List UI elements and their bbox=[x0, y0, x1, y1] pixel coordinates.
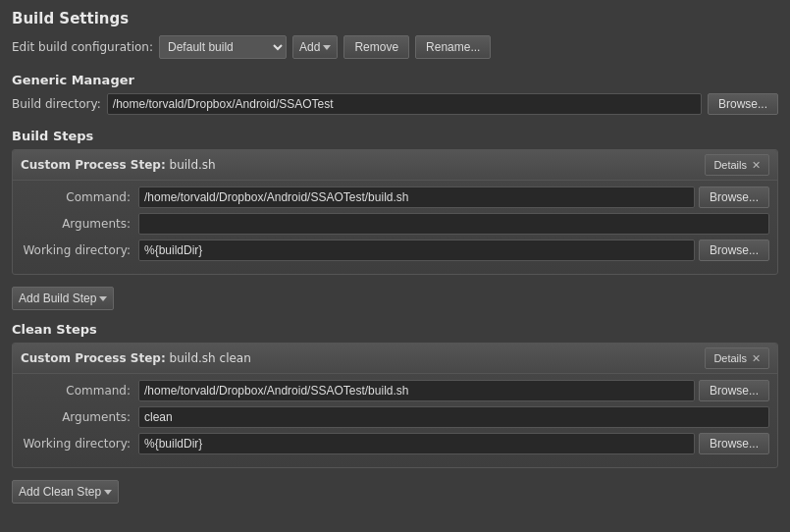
build-step-fields: Command: Browse... Arguments: Working di… bbox=[13, 181, 777, 274]
build-dir-row: Build directory: Browse... bbox=[12, 93, 778, 115]
config-label: Edit build configuration: bbox=[12, 40, 153, 54]
clean-step-close-icon: ✕ bbox=[752, 352, 761, 365]
add-build-step-chevron-icon bbox=[99, 296, 107, 301]
add-config-button[interactable]: Add bbox=[292, 35, 338, 59]
remove-config-button[interactable]: Remove bbox=[343, 35, 409, 59]
build-dir-browse-button[interactable]: Browse... bbox=[708, 93, 778, 115]
clean-workdir-row: Working directory: Browse... bbox=[21, 433, 769, 454]
clean-workdir-field-group: Browse... bbox=[138, 433, 769, 454]
build-step-header-title: Custom Process Step: build.sh bbox=[21, 158, 216, 172]
clean-steps-title: Clean Steps bbox=[12, 322, 778, 337]
clean-step-header-bold: Custom Process Step: bbox=[21, 351, 166, 365]
rename-config-button[interactable]: Rename... bbox=[415, 35, 491, 59]
page-title: Build Settings bbox=[12, 10, 778, 27]
build-dir-label: Build directory: bbox=[12, 97, 101, 111]
clean-workdir-browse-button[interactable]: Browse... bbox=[699, 433, 769, 454]
build-arguments-label: Arguments: bbox=[21, 217, 138, 231]
build-step-details-button[interactable]: Details ✕ bbox=[705, 154, 769, 176]
build-arguments-input[interactable] bbox=[138, 213, 769, 235]
add-build-step-button[interactable]: Add Build Step bbox=[12, 287, 114, 310]
build-arguments-row: Arguments: bbox=[21, 213, 769, 235]
build-step-close-icon: ✕ bbox=[752, 159, 761, 172]
clean-step-header: Custom Process Step: build.sh clean Deta… bbox=[13, 344, 777, 374]
clean-steps-section: Clean Steps Custom Process Step: build.s… bbox=[12, 322, 778, 504]
clean-command-label: Command: bbox=[21, 384, 138, 398]
build-step-header-bold: Custom Process Step: bbox=[21, 158, 166, 172]
clean-step-block: Custom Process Step: build.sh clean Deta… bbox=[12, 343, 778, 468]
build-workdir-field-group: Browse... bbox=[138, 239, 769, 261]
build-workdir-label: Working directory: bbox=[21, 243, 138, 257]
clean-workdir-label: Working directory: bbox=[21, 437, 138, 451]
clean-workdir-input[interactable] bbox=[138, 433, 695, 454]
remove-config-label: Remove bbox=[354, 40, 398, 54]
generic-manager-title: Generic Manager bbox=[12, 73, 778, 87]
clean-step-header-rest: build.sh clean bbox=[166, 351, 251, 365]
build-command-label: Command: bbox=[21, 190, 138, 204]
clean-command-row: Command: Browse... bbox=[21, 380, 769, 401]
clean-arguments-row: Arguments: bbox=[21, 406, 769, 428]
clean-command-field-group: Browse... bbox=[138, 380, 769, 401]
build-command-input[interactable] bbox=[138, 186, 695, 208]
clean-step-header-title: Custom Process Step: build.sh clean bbox=[21, 351, 251, 365]
build-step-header-rest: build.sh bbox=[166, 158, 216, 172]
build-config-select[interactable]: Default build bbox=[159, 35, 287, 59]
add-config-chevron-icon bbox=[323, 45, 331, 50]
build-command-field-group: Browse... bbox=[138, 186, 769, 208]
config-row: Edit build configuration: Default build … bbox=[12, 35, 778, 59]
clean-arguments-label: Arguments: bbox=[21, 410, 138, 424]
clean-step-details-button[interactable]: Details ✕ bbox=[705, 347, 769, 369]
clean-step-fields: Command: Browse... Arguments: Working di… bbox=[13, 374, 777, 467]
build-step-header: Custom Process Step: build.sh Details ✕ bbox=[13, 150, 777, 181]
build-step-block: Custom Process Step: build.sh Details ✕ … bbox=[12, 149, 778, 275]
add-clean-step-chevron-icon bbox=[104, 490, 112, 495]
build-workdir-input[interactable] bbox=[138, 239, 695, 261]
page-container: Build Settings Edit build configuration:… bbox=[0, 0, 790, 525]
build-steps-title: Build Steps bbox=[12, 129, 778, 143]
clean-step-details-label: Details bbox=[713, 352, 747, 364]
add-clean-step-button[interactable]: Add Clean Step bbox=[12, 480, 119, 504]
clean-arguments-input[interactable] bbox=[138, 406, 769, 428]
clean-command-input[interactable] bbox=[138, 380, 695, 401]
build-command-row: Command: Browse... bbox=[21, 186, 769, 208]
build-workdir-browse-button[interactable]: Browse... bbox=[699, 239, 769, 261]
add-build-step-label: Add Build Step bbox=[19, 292, 96, 305]
build-workdir-row: Working directory: Browse... bbox=[21, 239, 769, 261]
clean-command-browse-button[interactable]: Browse... bbox=[699, 380, 769, 401]
add-config-label: Add bbox=[299, 40, 320, 54]
add-clean-step-label: Add Clean Step bbox=[19, 485, 101, 499]
rename-config-label: Rename... bbox=[426, 40, 480, 54]
build-step-details-label: Details bbox=[713, 159, 747, 171]
build-command-browse-button[interactable]: Browse... bbox=[699, 186, 769, 208]
build-dir-input[interactable] bbox=[107, 93, 702, 115]
build-steps-section: Build Steps Custom Process Step: build.s… bbox=[12, 129, 778, 310]
